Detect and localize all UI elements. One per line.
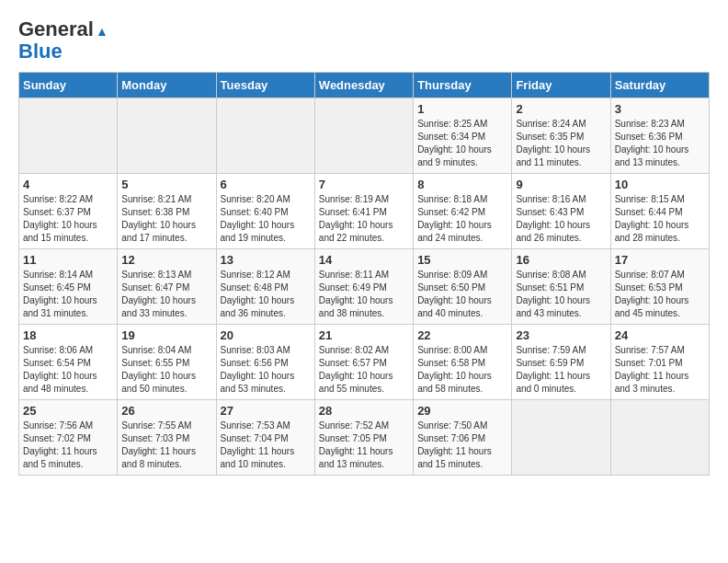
cell-day-number: 29: [417, 404, 507, 418]
page-header: General▲ Blue: [18, 18, 710, 63]
cell-day-number: 24: [615, 328, 705, 342]
cell-day-number: 5: [121, 178, 211, 191]
cell-info-text: Sunrise: 8:09 AMSunset: 6:50 PMDaylight:…: [417, 269, 507, 320]
cell-day-number: 27: [221, 404, 311, 418]
cell-info-text: Sunrise: 8:11 AMSunset: 6:49 PMDaylight:…: [319, 269, 409, 320]
cell-info-text: Sunrise: 8:12 AMSunset: 6:48 PMDaylight:…: [221, 269, 311, 320]
cell-info-text: Sunrise: 7:57 AMSunset: 7:01 PMDaylight:…: [615, 344, 705, 396]
calendar-cell: 29Sunrise: 7:50 AMSunset: 7:06 PMDayligh…: [414, 400, 512, 476]
calendar-cell: 21Sunrise: 8:02 AMSunset: 6:57 PMDayligh…: [314, 325, 413, 400]
cell-info-text: Sunrise: 8:20 AMSunset: 6:40 PMDaylight:…: [221, 193, 311, 245]
calendar-cell: [314, 98, 413, 174]
calendar-cell: 12Sunrise: 8:13 AMSunset: 6:47 PMDayligh…: [118, 249, 216, 325]
cell-day-number: 10: [615, 178, 705, 191]
day-header-sunday: Sunday: [19, 73, 118, 98]
day-header-saturday: Saturday: [610, 73, 709, 98]
calendar-cell: 25Sunrise: 7:56 AMSunset: 7:02 PMDayligh…: [19, 400, 118, 476]
calendar-cell: 24Sunrise: 7:57 AMSunset: 7:01 PMDayligh…: [610, 325, 709, 400]
cell-info-text: Sunrise: 8:23 AMSunset: 6:36 PMDaylight:…: [615, 118, 705, 169]
calendar-cell: 5Sunrise: 8:21 AMSunset: 6:38 PMDaylight…: [118, 174, 216, 249]
day-header-friday: Friday: [512, 73, 610, 98]
cell-day-number: 1: [417, 102, 507, 116]
calendar-header-row: SundayMondayTuesdayWednesdayThursdayFrid…: [19, 73, 710, 98]
day-header-wednesday: Wednesday: [314, 73, 413, 98]
calendar-cell: 7Sunrise: 8:19 AMSunset: 6:41 PMDaylight…: [314, 174, 413, 249]
calendar-cell: 9Sunrise: 8:16 AMSunset: 6:43 PMDaylight…: [512, 174, 610, 249]
cell-day-number: 11: [23, 253, 113, 267]
cell-day-number: 28: [319, 404, 409, 418]
logo: General▲ Blue: [18, 18, 108, 63]
cell-info-text: Sunrise: 7:59 AMSunset: 6:59 PMDaylight:…: [516, 344, 606, 396]
cell-day-number: 13: [221, 253, 311, 267]
calendar-cell: 16Sunrise: 8:08 AMSunset: 6:51 PMDayligh…: [512, 249, 610, 325]
cell-info-text: Sunrise: 8:04 AMSunset: 6:55 PMDaylight:…: [121, 344, 211, 396]
logo-general-text: General: [18, 17, 94, 40]
cell-day-number: 21: [319, 328, 409, 342]
calendar-table: SundayMondayTuesdayWednesdayThursdayFrid…: [18, 72, 710, 476]
calendar-cell: [610, 400, 709, 476]
cell-info-text: Sunrise: 8:14 AMSunset: 6:45 PMDaylight:…: [23, 269, 113, 320]
calendar-cell: 6Sunrise: 8:20 AMSunset: 6:40 PMDaylight…: [216, 174, 314, 249]
cell-info-text: Sunrise: 8:00 AMSunset: 6:58 PMDaylight:…: [417, 344, 507, 396]
calendar-cell: 23Sunrise: 7:59 AMSunset: 6:59 PMDayligh…: [512, 325, 610, 400]
calendar-cell: 11Sunrise: 8:14 AMSunset: 6:45 PMDayligh…: [19, 249, 118, 325]
cell-day-number: 6: [221, 178, 311, 191]
calendar-cell: 3Sunrise: 8:23 AMSunset: 6:36 PMDaylight…: [610, 98, 709, 174]
cell-day-number: 18: [23, 328, 113, 342]
cell-day-number: 4: [23, 178, 113, 191]
cell-info-text: Sunrise: 8:06 AMSunset: 6:54 PMDaylight:…: [23, 344, 113, 396]
cell-day-number: 26: [121, 404, 211, 418]
cell-info-text: Sunrise: 7:56 AMSunset: 7:02 PMDaylight:…: [23, 419, 113, 471]
cell-day-number: 25: [23, 404, 113, 418]
cell-day-number: 16: [516, 253, 606, 267]
cell-info-text: Sunrise: 8:25 AMSunset: 6:34 PMDaylight:…: [417, 118, 507, 169]
cell-info-text: Sunrise: 8:22 AMSunset: 6:37 PMDaylight:…: [23, 193, 113, 245]
calendar-body: 1Sunrise: 8:25 AMSunset: 6:34 PMDaylight…: [19, 98, 710, 476]
cell-day-number: 23: [516, 328, 606, 342]
calendar-cell: [216, 98, 314, 174]
cell-info-text: Sunrise: 7:53 AMSunset: 7:04 PMDaylight:…: [221, 419, 311, 471]
calendar-cell: 27Sunrise: 7:53 AMSunset: 7:04 PMDayligh…: [216, 400, 314, 476]
cell-info-text: Sunrise: 8:03 AMSunset: 6:56 PMDaylight:…: [221, 344, 311, 396]
logo-blue-text: Blue: [18, 40, 63, 63]
calendar-cell: [512, 400, 610, 476]
cell-day-number: 22: [417, 328, 507, 342]
cell-day-number: 15: [417, 253, 507, 267]
calendar-cell: 14Sunrise: 8:11 AMSunset: 6:49 PMDayligh…: [314, 249, 413, 325]
calendar-cell: [118, 98, 216, 174]
cell-day-number: 2: [516, 102, 606, 116]
calendar-cell: 13Sunrise: 8:12 AMSunset: 6:48 PMDayligh…: [216, 249, 314, 325]
calendar-cell: 8Sunrise: 8:18 AMSunset: 6:42 PMDaylight…: [414, 174, 512, 249]
cell-info-text: Sunrise: 8:21 AMSunset: 6:38 PMDaylight:…: [121, 193, 211, 245]
cell-info-text: Sunrise: 8:15 AMSunset: 6:44 PMDaylight:…: [615, 193, 705, 245]
calendar-cell: [19, 98, 118, 174]
calendar-cell: 10Sunrise: 8:15 AMSunset: 6:44 PMDayligh…: [610, 174, 709, 249]
calendar-cell: 2Sunrise: 8:24 AMSunset: 6:35 PMDaylight…: [512, 98, 610, 174]
cell-day-number: 8: [417, 178, 507, 191]
calendar-cell: 15Sunrise: 8:09 AMSunset: 6:50 PMDayligh…: [414, 249, 512, 325]
day-header-thursday: Thursday: [414, 73, 512, 98]
cell-info-text: Sunrise: 7:50 AMSunset: 7:06 PMDaylight:…: [417, 419, 507, 471]
cell-info-text: Sunrise: 8:08 AMSunset: 6:51 PMDaylight:…: [516, 269, 606, 320]
cell-day-number: 7: [319, 178, 409, 191]
cell-day-number: 20: [221, 328, 311, 342]
cell-info-text: Sunrise: 8:18 AMSunset: 6:42 PMDaylight:…: [417, 193, 507, 245]
calendar-week-row: 4Sunrise: 8:22 AMSunset: 6:37 PMDaylight…: [19, 174, 710, 249]
day-header-monday: Monday: [118, 73, 216, 98]
calendar-cell: 22Sunrise: 8:00 AMSunset: 6:58 PMDayligh…: [414, 325, 512, 400]
calendar-cell: 18Sunrise: 8:06 AMSunset: 6:54 PMDayligh…: [19, 325, 118, 400]
cell-info-text: Sunrise: 8:02 AMSunset: 6:57 PMDaylight:…: [319, 344, 409, 396]
day-header-tuesday: Tuesday: [216, 73, 314, 98]
cell-info-text: Sunrise: 8:24 AMSunset: 6:35 PMDaylight:…: [516, 118, 606, 169]
cell-day-number: 19: [121, 328, 211, 342]
calendar-week-row: 11Sunrise: 8:14 AMSunset: 6:45 PMDayligh…: [19, 249, 710, 325]
calendar-cell: 26Sunrise: 7:55 AMSunset: 7:03 PMDayligh…: [118, 400, 216, 476]
logo-bird-icon: ▲: [96, 25, 108, 39]
calendar-week-row: 1Sunrise: 8:25 AMSunset: 6:34 PMDaylight…: [19, 98, 710, 174]
calendar-cell: 20Sunrise: 8:03 AMSunset: 6:56 PMDayligh…: [216, 325, 314, 400]
calendar-cell: 28Sunrise: 7:52 AMSunset: 7:05 PMDayligh…: [314, 400, 413, 476]
cell-info-text: Sunrise: 8:16 AMSunset: 6:43 PMDaylight:…: [516, 193, 606, 245]
cell-day-number: 3: [615, 102, 705, 116]
calendar-cell: 19Sunrise: 8:04 AMSunset: 6:55 PMDayligh…: [118, 325, 216, 400]
cell-info-text: Sunrise: 8:13 AMSunset: 6:47 PMDaylight:…: [121, 269, 211, 320]
